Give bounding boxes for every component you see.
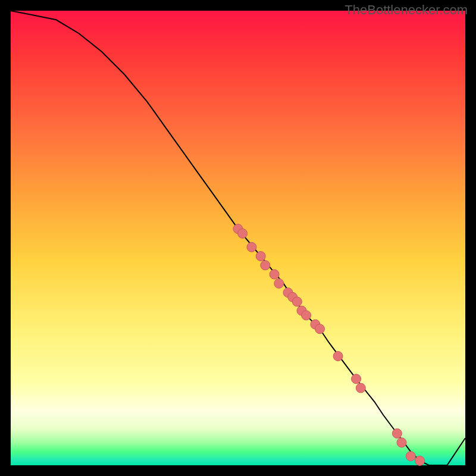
data-point	[261, 261, 270, 270]
data-point	[356, 383, 365, 393]
bottleneck-curve	[11, 11, 465, 465]
data-point	[302, 311, 311, 320]
data-points	[233, 224, 425, 466]
data-point	[397, 438, 406, 447]
data-point	[415, 456, 425, 465]
data-point	[406, 452, 415, 461]
data-point	[256, 252, 265, 261]
data-point	[270, 270, 279, 279]
data-point	[238, 228, 248, 238]
data-point	[274, 278, 284, 288]
data-point	[315, 324, 325, 334]
chart-overlay	[11, 11, 465, 465]
watermark-text: TheBottlenecker.com	[345, 2, 468, 18]
data-point	[352, 374, 361, 384]
data-point	[292, 297, 302, 306]
data-point	[392, 429, 402, 439]
data-point	[247, 242, 256, 252]
data-point	[333, 352, 343, 361]
